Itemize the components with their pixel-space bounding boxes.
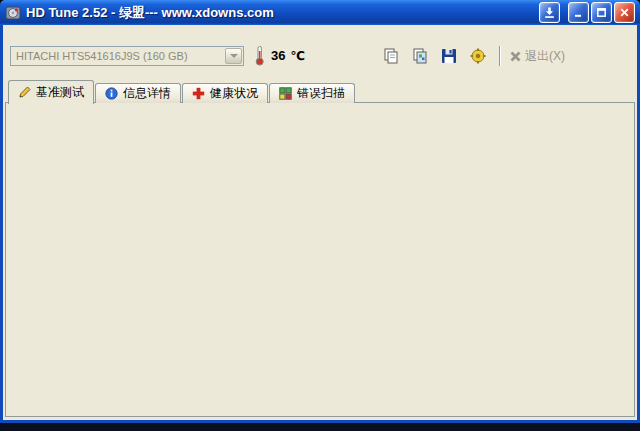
close-icon[interactable] xyxy=(614,2,635,23)
drive-select[interactable]: HITACHI HTS541616J9S (160 GB) xyxy=(10,46,244,66)
window-title: HD Tune 2.52 - 绿盟--- www.xdowns.com xyxy=(26,4,534,22)
download-icon[interactable] xyxy=(539,2,560,23)
temperature-value: 36 xyxy=(271,48,285,63)
exit-label: 退出(X) xyxy=(525,48,565,65)
temperature-unit: ℃ xyxy=(290,49,305,63)
options-icon[interactable] xyxy=(465,44,491,68)
thermometer-icon xyxy=(253,45,266,66)
titlebar-buttons xyxy=(539,2,635,23)
benchmark-tab-page xyxy=(5,102,635,417)
maximize-icon[interactable] xyxy=(591,2,612,23)
app-icon xyxy=(5,5,21,21)
tab-label: 信息详情 xyxy=(123,85,171,102)
minimize-icon[interactable] xyxy=(568,2,589,23)
exit-button[interactable]: 退出(X) xyxy=(509,48,565,65)
screenshot-root: { "window": { "title": "HD Tune 2.52 - 绿… xyxy=(0,0,640,431)
health-cross-icon xyxy=(192,87,205,100)
drive-select-value: HITACHI HTS541616J9S (160 GB) xyxy=(11,50,225,62)
tab-info[interactable]: 信息详情 xyxy=(95,83,181,103)
pen-icon xyxy=(18,86,31,99)
tab-label: 错误扫描 xyxy=(297,85,345,102)
tab-label: 基准测试 xyxy=(36,84,84,101)
tab-bar: 基准测试 信息详情 健康状况 xyxy=(8,80,356,103)
save-icon[interactable] xyxy=(436,44,462,68)
info-icon xyxy=(105,87,118,100)
exit-x-icon xyxy=(509,50,522,63)
tab-benchmark[interactable]: 基准测试 xyxy=(8,80,94,104)
hdtune-window: HD Tune 2.52 - 绿盟--- www.xdowns.com HITA… xyxy=(0,0,640,423)
copy-text-icon[interactable] xyxy=(378,44,404,68)
tab-health[interactable]: 健康状况 xyxy=(182,83,268,103)
tab-label: 健康状况 xyxy=(210,85,258,102)
tab-error-scan[interactable]: 错误扫描 xyxy=(269,83,355,103)
toolbar-separator xyxy=(499,46,501,66)
chevron-down-icon xyxy=(225,48,242,64)
copy-image-icon[interactable] xyxy=(407,44,433,68)
bottom-strip xyxy=(0,423,640,431)
scan-grid-icon xyxy=(279,87,292,100)
toolbar: 退出(X) xyxy=(378,44,565,68)
titlebar: HD Tune 2.52 - 绿盟--- www.xdowns.com xyxy=(0,0,640,25)
temperature-indicator: 36 ℃ xyxy=(253,45,305,66)
